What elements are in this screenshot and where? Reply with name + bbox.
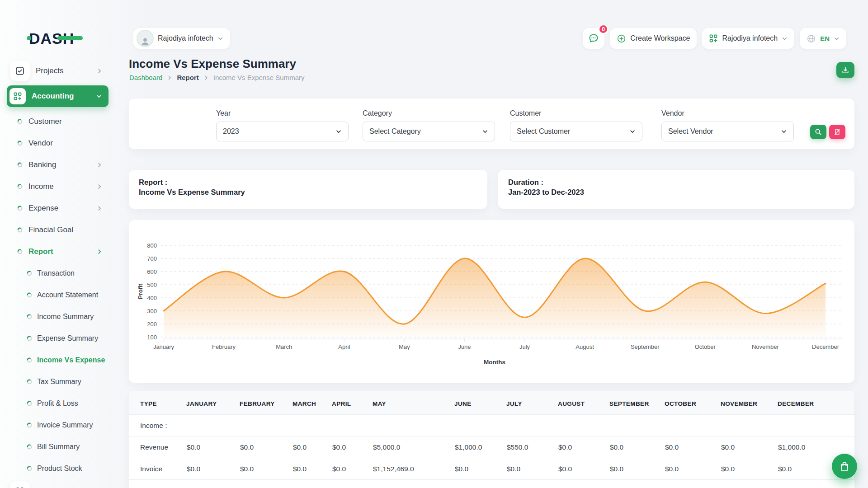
- sidebar-item-income-vs-expense[interactable]: Income Vs Expense: [0, 349, 115, 371]
- avatar: [137, 30, 154, 47]
- breadcrumb-report[interactable]: Report: [177, 74, 198, 81]
- section-row: Income :: [129, 415, 854, 436]
- sidebar-item-bill-summary[interactable]: Bill Summary: [0, 436, 115, 458]
- sidebar-item-customer[interactable]: Customer: [0, 111, 115, 132]
- sidebar-item-label: Account Statement: [37, 291, 98, 299]
- year-select[interactable]: 2023: [216, 122, 349, 141]
- report-label: Report :: [139, 177, 477, 187]
- chevron-down-icon: [781, 128, 787, 135]
- messages-button[interactable]: 0: [583, 28, 604, 49]
- column-header: MARCH: [292, 391, 332, 415]
- app-logo[interactable]: DASH: [29, 30, 74, 47]
- chevron-down-icon: [782, 36, 788, 42]
- reset-filter-button[interactable]: [829, 125, 845, 139]
- cell-value: $0.0: [609, 436, 665, 458]
- cell-value: $0.0: [665, 458, 721, 480]
- plus-circle-icon: [617, 34, 626, 43]
- sidebar-item-hrm[interactable]: HRM: [0, 479, 115, 488]
- table-header-row: TYPEJANUARYFEBRUARYMARCHAPRILMAYJUNEJULY…: [129, 391, 854, 415]
- sidebar-item-label: Income: [28, 182, 54, 191]
- column-header: APRIL: [332, 391, 373, 415]
- svg-text:August: August: [576, 343, 594, 350]
- svg-text:800: 800: [147, 242, 157, 249]
- sidebar-item-label: Customer: [28, 117, 62, 126]
- report-summary-card: Report : Income Vs Expense Summary: [129, 170, 487, 209]
- cell-value: $1,000.0: [454, 436, 506, 458]
- category-select[interactable]: Select Category: [363, 122, 495, 141]
- breadcrumb: Dashboard Report Income Vs Expense Summa…: [129, 74, 304, 81]
- sidebar-item-tax-summary[interactable]: Tax Summary: [0, 371, 115, 393]
- download-report-button[interactable]: [836, 62, 854, 78]
- language-selector[interactable]: EN: [800, 28, 846, 49]
- cell-value: $0.0: [186, 458, 240, 480]
- svg-text:July: July: [519, 343, 530, 350]
- sidebar-item-product-stock[interactable]: Product Stock: [0, 458, 115, 479]
- account-name: Rajodiya infotech: [722, 34, 778, 42]
- category-field: Category Select Category: [363, 109, 495, 141]
- customer-select[interactable]: Select Customer: [510, 122, 642, 141]
- sidebar-item-banking[interactable]: Banking: [0, 154, 115, 176]
- bullet-icon: [17, 119, 23, 124]
- sidebar-item-income[interactable]: Income: [0, 176, 115, 197]
- cell-value: $0.0: [721, 436, 778, 458]
- cell-value: $0.0: [665, 436, 721, 458]
- sidebar-item-finacial-goal[interactable]: Finacial Goal: [0, 219, 115, 241]
- column-header: DECEMBER: [778, 391, 854, 415]
- sidebar-item-income-summary[interactable]: Income Summary: [0, 306, 115, 328]
- column-header: FEBRUARY: [240, 391, 292, 415]
- svg-text:Profit: Profit: [137, 283, 144, 299]
- svg-text:April: April: [338, 343, 350, 350]
- area-fill: [164, 258, 826, 337]
- chevron-right-icon: [96, 183, 103, 190]
- chevron-right-icon: [96, 205, 103, 211]
- report-table: TYPEJANUARYFEBRUARYMARCHAPRILMAYJUNEJULY…: [129, 391, 854, 488]
- bullet-icon: [17, 162, 23, 168]
- page: DASH ProjectsAccountingCustomerVendorBan…: [0, 0, 868, 488]
- sidebar-item-transaction[interactable]: Transaction: [0, 263, 115, 284]
- sidebar-item-label: Transaction: [37, 269, 75, 277]
- sidebar-item-invoice-summary[interactable]: Invoice Summary: [0, 414, 115, 436]
- chevron-right-icon: [96, 162, 103, 168]
- column-header: TYPE: [129, 391, 186, 415]
- svg-text:700: 700: [147, 255, 157, 262]
- chat-bubble-icon: [588, 33, 599, 44]
- cell-value: $0.0: [721, 458, 778, 480]
- duration-summary-card: Duration : Jan-2023 to Dec-2023: [498, 170, 854, 209]
- cart-fab-button[interactable]: [832, 454, 857, 479]
- checkbox-icon: [10, 61, 30, 81]
- svg-text:November: November: [752, 343, 779, 350]
- bullet-icon: [27, 336, 32, 341]
- vendor-select[interactable]: Select Vendor: [661, 122, 794, 141]
- report-value: Income Vs Expense Summary: [139, 187, 477, 197]
- sidebar-item-expense[interactable]: Expense: [0, 197, 115, 219]
- account-selector[interactable]: Rajodiya infotech: [702, 28, 794, 49]
- sidebar-item-label: Projects: [36, 66, 63, 75]
- sidebar-item-expense-summary[interactable]: Expense Summary: [0, 328, 115, 349]
- sidebar-item-vendor[interactable]: Vendor: [0, 132, 115, 154]
- column-header: JUNE: [454, 391, 506, 415]
- sidebar-item-account-statement[interactable]: Account Statement: [0, 284, 115, 306]
- cell-value: $1,152,469.0: [373, 458, 454, 480]
- cell-value: $0.0: [292, 436, 332, 458]
- reset-filter-icon: [834, 128, 841, 136]
- breadcrumb-dashboard[interactable]: Dashboard: [129, 74, 162, 81]
- sidebar-item-projects[interactable]: Projects: [0, 59, 115, 83]
- bullet-icon: [17, 184, 23, 189]
- notification-badge: 0: [599, 24, 608, 34]
- sidebar-item-profit-loss[interactable]: Profit & Loss: [0, 393, 115, 414]
- sidebar-item-report[interactable]: Report: [0, 241, 115, 263]
- workspace-selector[interactable]: Rajodiya infotech: [133, 28, 230, 49]
- sidebar-item-accounting[interactable]: Accounting: [7, 85, 108, 107]
- column-header: AUGUST: [558, 391, 609, 415]
- sidebar-item-label: Expense Summary: [37, 334, 98, 343]
- sidebar-item-label: Report: [28, 247, 53, 256]
- table-row: Revenue$0.0$0.0$0.0$0.0$5,000.0$1,000.0$…: [129, 436, 854, 458]
- create-workspace-button[interactable]: Create Workspace: [610, 28, 697, 49]
- svg-text:September: September: [631, 343, 660, 350]
- bullet-icon: [17, 206, 23, 211]
- bullet-icon: [27, 271, 32, 276]
- column-header: OCTOBER: [665, 391, 721, 415]
- apply-filter-button[interactable]: [810, 125, 826, 139]
- scan-icon: [10, 481, 30, 488]
- sidebar-item-label: Income Vs Expense: [37, 356, 105, 364]
